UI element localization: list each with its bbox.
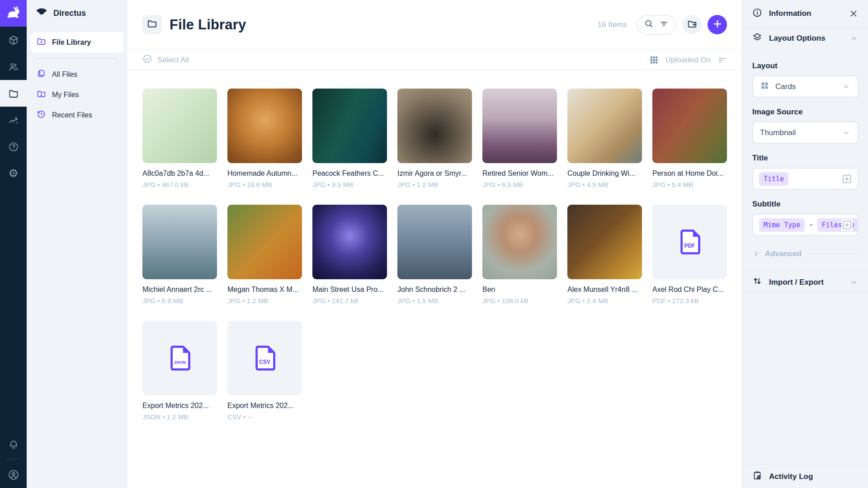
file-thumbnail[interactable] (482, 205, 557, 279)
sort-direction-icon[interactable] (717, 55, 727, 65)
sidebar-item-file-library[interactable]: File Library (31, 32, 123, 52)
layout-select-value: Cards (775, 82, 796, 91)
file-title: John Schnobrich 2 ... (397, 286, 472, 294)
layout-options-accordion[interactable]: Layout Options (743, 27, 868, 49)
layout-select[interactable]: Cards (752, 75, 859, 98)
information-header: Information (743, 0, 868, 27)
module-insights[interactable] (0, 107, 27, 133)
file-card[interactable]: Michiel Annaert 2rc ... JPG • 6.9 MB (142, 205, 217, 305)
file-title: Peacock Feathers C... (312, 169, 387, 178)
add-field-icon[interactable] (841, 219, 853, 230)
file-thumbnail[interactable]: PDF (652, 205, 727, 279)
module-bar-spacer (0, 187, 27, 431)
subtitle-template-input[interactable]: Mime Type • Filesize (752, 214, 859, 236)
file-meta: JPG • 9.5 MB (312, 181, 387, 188)
close-icon[interactable] (849, 9, 859, 19)
title-template-input[interactable]: Title (752, 168, 859, 190)
users-icon (8, 61, 19, 72)
grid-view-icon[interactable] (649, 55, 659, 65)
file-card[interactable]: Homemade Autumn... JPG • 18.6 MB (227, 89, 302, 188)
file-title: Izmir Agora or Smyr... (397, 169, 472, 178)
header-actions: 16 Items (598, 15, 727, 35)
project-name: Directus (53, 9, 86, 18)
chevron-right-icon (752, 250, 760, 258)
file-library-folder-icon (8, 88, 19, 99)
file-card[interactable]: CSV Export Metrics 202... CSV • -- (227, 321, 302, 421)
sidebar-item-my-files[interactable]: My Files (31, 84, 123, 105)
import-export-accordion[interactable]: Import / Export (743, 271, 868, 293)
search-filter-pill[interactable] (637, 15, 676, 35)
file-card[interactable]: Megan Thomas X M... JPG • 1.2 MB (227, 205, 302, 305)
project-logo-icon (36, 7, 47, 20)
help-icon (8, 141, 19, 152)
file-meta: JSON • 1.2 MB (142, 413, 217, 421)
module-settings[interactable]: ⚙ (0, 160, 27, 187)
file-thumbnail[interactable] (227, 89, 302, 163)
field-chip[interactable]: Mime Type (759, 218, 805, 232)
select-all-button[interactable]: Select All (142, 54, 189, 66)
file-card[interactable]: John Schnobrich 2 ... JPG • 1.5 MB (397, 205, 472, 305)
file-card[interactable]: A8c0a7db 2b7a 4d... JPG • 467.0 kB (142, 89, 217, 188)
advanced-toggle[interactable]: Advanced (752, 249, 859, 258)
sidebar-item-label: File Library (52, 38, 91, 47)
image-source-select[interactable]: Thumbnail (752, 122, 859, 144)
file-title: Michiel Annaert 2rc ... (142, 286, 217, 294)
file-thumbnail[interactable]: JSON (142, 321, 217, 395)
file-meta: JPG • 1.2 MB (227, 297, 302, 305)
pages-copy-icon (37, 69, 46, 80)
file-title: Ben (482, 286, 557, 294)
file-title: Person at Home Doi... (652, 169, 727, 178)
file-thumbnail[interactable] (142, 89, 217, 163)
file-card[interactable]: Couple Drinking Wi... JPG • 4.5 MB (567, 89, 642, 188)
module-file-library[interactable] (0, 80, 27, 107)
sort-field-button[interactable]: Uploaded On (665, 56, 711, 65)
new-folder-button[interactable] (682, 15, 702, 34)
add-file-button[interactable] (708, 15, 727, 34)
field-chip[interactable]: Title (759, 172, 788, 186)
module-help[interactable] (0, 133, 27, 160)
file-card[interactable]: Alex Munsell Yr4n8 ... JPG • 2.4 MB (567, 205, 642, 305)
file-card[interactable]: Peacock Feathers C... JPG • 9.5 MB (312, 89, 387, 188)
page-title-chip[interactable] (142, 15, 162, 34)
file-thumbnail[interactable] (142, 205, 217, 279)
toolbar-right: Uploaded On (649, 55, 727, 65)
project-header[interactable]: Directus (27, 0, 127, 27)
search-icon (644, 19, 654, 30)
layout-options-fields: Layout Cards Image Source Thumbnail (743, 49, 868, 271)
folder-person-icon (37, 89, 46, 100)
file-meta: JPG • 108.0 kB (482, 297, 557, 305)
file-thumbnail[interactable] (567, 89, 642, 163)
file-thumbnail[interactable] (397, 89, 472, 163)
file-thumbnail[interactable] (227, 205, 302, 279)
file-thumbnail[interactable]: CSV (227, 321, 302, 395)
file-card[interactable]: Main Street Usa Pro... JPG • 241.7 kB (312, 205, 387, 305)
module-users[interactable] (0, 53, 27, 80)
file-thumbnail[interactable] (312, 205, 387, 279)
subtitle-field-label: Subtitle (752, 200, 859, 209)
information-title: Information (769, 9, 811, 18)
plus-icon (712, 19, 723, 31)
file-card[interactable]: PDF Axel Rod Chi Play C... PDF • 272.3 k… (652, 205, 727, 305)
file-card[interactable]: Ben JPG • 108.0 kB (482, 205, 557, 305)
file-card[interactable]: Izmir Agora or Smyr... JPG • 1.2 MB (397, 89, 472, 188)
notifications-button[interactable] (0, 431, 27, 457)
file-card[interactable]: Person at Home Doi... JPG • 5.4 MB (652, 89, 727, 188)
sidebar-item-all-files[interactable]: All Files (31, 64, 123, 84)
activity-log-button[interactable]: Activity Log (743, 464, 868, 488)
user-menu-button[interactable] (0, 461, 27, 488)
advanced-divider (807, 253, 859, 254)
module-content[interactable] (0, 27, 27, 53)
file-meta: PDF • 272.3 kB (652, 297, 727, 305)
file-thumbnail[interactable] (312, 89, 387, 163)
file-thumbnail[interactable] (397, 205, 472, 279)
sidebar-item-recent-files[interactable]: Recent Files (31, 105, 123, 125)
file-thumbnail[interactable] (482, 89, 557, 163)
directus-logo-button[interactable] (0, 0, 27, 27)
history-clock-icon (37, 109, 46, 121)
file-thumbnail[interactable] (652, 89, 727, 163)
add-field-icon[interactable] (841, 173, 853, 184)
file-card[interactable]: Retired Senior Wom... JPG • 6.5 MB (482, 89, 557, 188)
file-thumbnail[interactable] (567, 205, 642, 279)
content-cube-icon (8, 35, 19, 46)
file-card[interactable]: JSON Export Metrics 202... JSON • 1.2 MB (142, 321, 217, 421)
